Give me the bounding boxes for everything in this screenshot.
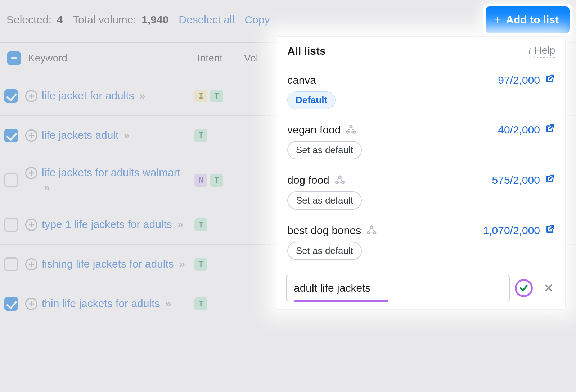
keyword-link[interactable]: fishing life jackets for adults » (42, 257, 185, 272)
list-name: vegan food (287, 124, 356, 136)
keyword-link[interactable]: life jackets for adults walmart » (42, 165, 189, 195)
volume-label: Total volume: (73, 14, 136, 26)
list-count-link[interactable]: 97/2,000 (498, 74, 555, 86)
svg-point-5 (342, 181, 344, 184)
input-highlight (294, 300, 388, 302)
svg-point-1 (347, 131, 349, 133)
list-name: dog food (287, 174, 345, 186)
row-checkbox[interactable] (4, 297, 18, 311)
list-item[interactable]: vegan food40/2,000Set as default (277, 117, 565, 167)
keyword-link[interactable]: life jacket for adults » (42, 88, 145, 103)
copy-button[interactable]: Copy (244, 14, 270, 26)
list-count-link[interactable]: 40/2,000 (498, 123, 555, 136)
new-list-input[interactable] (286, 275, 510, 301)
external-link-icon (545, 174, 555, 186)
all-lists-panel: All lists i Help canva97/2,000Defaultveg… (277, 37, 565, 309)
intent-badge: T (194, 218, 207, 231)
chevron-right-icon: » (139, 90, 145, 101)
keyword-link[interactable]: life jackets adult » (42, 128, 130, 143)
toolbar: Selected: 4 Total volume: 1,940 Deselect… (0, 0, 576, 42)
selected-label: Selected: (6, 14, 51, 26)
list-name: canva (287, 74, 316, 86)
svg-point-0 (350, 126, 352, 128)
chevron-right-icon: » (177, 218, 183, 230)
volume-stat: Total volume: 1,940 (73, 14, 168, 26)
expand-icon[interactable] (25, 258, 37, 270)
selected-value: 4 (57, 14, 63, 26)
default-badge: Default (287, 91, 336, 109)
row-checkbox[interactable] (4, 218, 18, 232)
row-checkbox[interactable] (4, 173, 18, 187)
select-all-checkbox[interactable] (7, 51, 21, 65)
set-default-button[interactable]: Set as default (287, 191, 362, 210)
panel-header: All lists i Help (277, 37, 565, 64)
list-item[interactable]: canva97/2,000Default (277, 67, 565, 117)
info-icon: i (528, 46, 531, 56)
keyword-link[interactable]: thin life jackets for adults » (42, 296, 171, 311)
svg-point-8 (374, 232, 376, 234)
help-label: Help (534, 45, 555, 58)
chevron-right-icon: » (179, 258, 185, 270)
plus-icon: + (494, 14, 501, 26)
chevron-right-icon: » (165, 297, 171, 309)
intent-badge: T (194, 258, 207, 271)
expand-icon[interactable] (25, 167, 37, 179)
expand-icon[interactable] (25, 90, 37, 102)
chevron-right-icon: » (44, 181, 50, 193)
svg-point-2 (353, 131, 356, 133)
cancel-new-list-button[interactable]: ✕ (541, 280, 557, 296)
panel-title: All lists (287, 45, 326, 57)
list-item[interactable]: dog food575/2,000Set as default (277, 167, 565, 218)
shared-icon (334, 175, 345, 186)
intent-badge: N (194, 174, 207, 187)
intent-badge: I (194, 90, 207, 102)
close-icon: ✕ (544, 281, 554, 295)
shared-icon (366, 225, 377, 236)
list-item[interactable]: best dog bones1,070/2,000Set as default (277, 218, 565, 268)
add-to-list-button[interactable]: + Add to list (486, 6, 570, 33)
shared-icon (346, 124, 356, 135)
selected-stat: Selected: 4 (6, 14, 63, 26)
svg-point-7 (367, 232, 370, 234)
svg-point-6 (370, 226, 373, 229)
chevron-right-icon: » (124, 129, 130, 141)
expand-icon[interactable] (25, 219, 37, 231)
panel-body: canva97/2,000Defaultvegan food40/2,000Se… (277, 64, 565, 268)
expand-icon[interactable] (25, 129, 37, 142)
deselect-all-button[interactable]: Deselect all (179, 14, 234, 26)
keyword-link[interactable]: type 1 life jackets for adults » (42, 217, 183, 232)
row-checkbox[interactable] (4, 257, 18, 271)
svg-point-4 (336, 181, 338, 184)
add-to-list-label: Add to list (506, 14, 559, 26)
check-icon (519, 283, 528, 293)
expand-icon[interactable] (25, 298, 37, 310)
intent-badge: T (210, 90, 223, 102)
external-link-icon (545, 74, 555, 86)
column-intent[interactable]: Intent (194, 53, 241, 64)
help-link[interactable]: i Help (528, 45, 555, 58)
set-default-button[interactable]: Set as default (287, 141, 362, 159)
row-checkbox[interactable] (4, 129, 18, 142)
intent-badge: T (194, 129, 207, 142)
list-count-link[interactable]: 1,070/2,000 (483, 224, 555, 237)
external-link-icon (545, 123, 555, 136)
column-keyword[interactable]: Keyword (25, 53, 194, 64)
confirm-new-list-button[interactable] (515, 279, 533, 297)
external-link-icon (545, 224, 555, 237)
svg-point-3 (339, 176, 341, 178)
intent-badge: T (210, 174, 223, 187)
set-default-button[interactable]: Set as default (287, 242, 362, 260)
row-checkbox[interactable] (4, 89, 18, 103)
panel-footer: ✕ (277, 268, 565, 309)
intent-badge: T (194, 297, 207, 310)
list-name: best dog bones (287, 224, 377, 237)
list-count-link[interactable]: 575/2,000 (492, 174, 555, 186)
volume-value: 1,940 (141, 14, 168, 26)
